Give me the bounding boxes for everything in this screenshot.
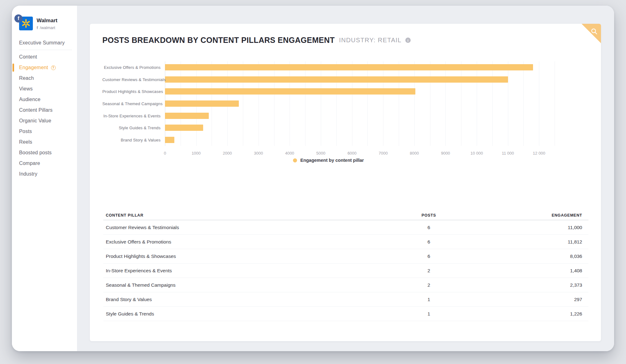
cell-engagement: 1,226: [454, 311, 588, 317]
category-label-style-guides-trends: Style Guides & Trends: [102, 126, 161, 130]
table-row-exclusive-offers-promotions: Exclusive Offers & Promotions611,812: [103, 235, 588, 249]
cell-posts: 6: [404, 239, 454, 245]
x-tick-label: 0: [164, 151, 166, 156]
table-row-in-store-experiences-events: In-Store Experiences & Events21,408: [103, 264, 588, 278]
sidebar-item-reach[interactable]: Reach: [12, 73, 77, 84]
category-label-customer-reviews-testimonials: Customer Reviews & Testimonials: [102, 77, 161, 82]
sidebar-item-label: Audience: [19, 97, 40, 102]
table-row-brand-story-values: Brand Story & Values1297: [103, 292, 588, 307]
sidebar-item-audience[interactable]: Audience: [12, 94, 77, 105]
engagement-bar-product-highlights-showcases[interactable]: [165, 88, 415, 95]
info-icon[interactable]: i: [405, 38, 411, 43]
gridline: [523, 61, 524, 146]
sidebar-item-content[interactable]: Content: [12, 52, 77, 62]
cell-content-pillar: Style Guides & Trends: [103, 311, 404, 317]
cell-content-pillar: In-Store Experiences & Events: [103, 268, 404, 274]
cell-content-pillar: Seasonal & Themed Campaigns: [103, 282, 404, 288]
sidebar-item-label: Industry: [19, 171, 38, 177]
cell-engagement: 8,036: [454, 254, 588, 259]
x-tick-label: 11 000: [502, 151, 514, 156]
x-tick-label: 12 000: [533, 151, 545, 156]
table-row-product-highlights-showcases: Product Highlights & Showcases68,036: [103, 249, 588, 264]
gridline: [399, 61, 399, 146]
x-tick-label: 3000: [254, 151, 263, 156]
brand-text: Walmart f /walmart: [37, 17, 57, 30]
sidebar-item-content-pillars[interactable]: Content Pillars: [12, 105, 77, 115]
brand-name: Walmart: [37, 18, 57, 24]
profile-selector[interactable]: f Walmart f /walmart: [19, 17, 57, 30]
app-window: f Walmart f /walmart Executive SummaryCo…: [12, 6, 614, 351]
sidebar-item-executive-summary[interactable]: Executive Summary: [12, 38, 77, 48]
table-header: CONTENT PILLAR POSTS ENGAGEMENT: [103, 211, 588, 220]
x-tick-label: 2000: [223, 151, 232, 156]
cell-content-pillar: Product Highlights & Showcases: [103, 254, 404, 259]
bar-chart: Exclusive Offers & PromotionsCustomer Re…: [102, 59, 555, 153]
engagement-bar-brand-story-values[interactable]: [165, 137, 174, 143]
gridline: [461, 61, 461, 146]
sidebar-item-industry[interactable]: Industry: [12, 169, 77, 179]
gridline: [274, 61, 275, 146]
brand-handle: f /walmart: [37, 25, 57, 30]
sidebar-item-compare[interactable]: Compare: [12, 158, 77, 169]
engagement-bar-exclusive-offers-promotions[interactable]: [165, 64, 533, 70]
sidebar-item-label: Organic Value: [19, 118, 51, 124]
legend-label: Engagement by content pillar: [300, 158, 364, 163]
engagement-bar-seasonal-themed-campaigns[interactable]: [165, 100, 239, 107]
gridline: [336, 61, 337, 146]
sidebar-item-boosted-posts[interactable]: Boosted posts: [12, 147, 77, 158]
chart-plot: [165, 61, 555, 146]
help-icon[interactable]: ?: [51, 65, 56, 70]
cell-content-pillar: Brand Story & Values: [103, 297, 404, 302]
sidebar-item-organic-value[interactable]: Organic Value: [12, 115, 77, 126]
category-label-exclusive-offers-promotions: Exclusive Offers & Promotions: [102, 65, 161, 70]
content-pillars-table: CONTENT PILLAR POSTS ENGAGEMENT Customer…: [103, 211, 588, 321]
walmart-spark-icon: [21, 19, 31, 28]
gridline: [414, 61, 415, 146]
x-tick-label: 9000: [441, 151, 450, 156]
sidebar-item-reels[interactable]: Reels: [12, 137, 77, 147]
brand-handle-text: /walmart: [40, 25, 55, 30]
cell-posts: 1: [404, 297, 454, 302]
cell-engagement: 11,812: [454, 239, 588, 245]
x-tick-label: 1000: [192, 151, 201, 156]
gridline: [305, 61, 305, 146]
industry-label: INDUSTRY: RETAIL: [339, 37, 402, 44]
sidebar-item-engagement[interactable]: Engagement?: [12, 62, 77, 73]
legend-item-engagement[interactable]: Engagement by content pillar: [293, 158, 364, 163]
gridline: [539, 61, 539, 146]
cell-posts: 2: [404, 268, 454, 274]
gridline: [383, 61, 383, 146]
gridline: [430, 61, 430, 146]
cell-posts: 6: [404, 254, 454, 259]
sidebar-divider: [19, 50, 72, 50]
gridline: [321, 61, 321, 146]
cell-content-pillar: Customer Reviews & Testimonials: [103, 225, 404, 230]
legend-dot-icon: [293, 158, 297, 162]
cell-posts: 2: [404, 282, 454, 288]
gridline: [367, 61, 368, 146]
engagement-bar-customer-reviews-testimonials[interactable]: [165, 76, 508, 83]
engagement-bar-style-guides-trends[interactable]: [165, 125, 203, 131]
table-row-seasonal-themed-campaigns: Seasonal & Themed Campaigns22,373: [103, 278, 588, 292]
sidebar-item-label: Engagement: [19, 65, 48, 70]
sidebar-nav: Executive SummaryContentEngagement?Reach…: [12, 38, 77, 179]
column-header-posts: POSTS: [404, 213, 454, 218]
cell-engagement: 297: [454, 297, 588, 302]
engagement-bar-in-store-experiences-events[interactable]: [165, 113, 209, 119]
category-label-product-highlights-showcases: Product Highlights & Showcases: [102, 89, 161, 94]
cell-engagement: 1,408: [454, 268, 588, 274]
table-row-customer-reviews-testimonials: Customer Reviews & Testimonials611,000: [103, 220, 588, 235]
table-body: Customer Reviews & Testimonials611,000Ex…: [103, 220, 588, 321]
cell-engagement: 2,373: [454, 282, 588, 288]
category-label-in-store-experiences-events: In-Store Experiences & Events: [102, 113, 161, 118]
sidebar-item-label: Reach: [19, 75, 34, 81]
sidebar-item-views[interactable]: Views: [12, 84, 77, 94]
gridline: [477, 61, 477, 146]
gridline: [243, 61, 243, 146]
x-tick-label: 8000: [410, 151, 419, 156]
search-icon[interactable]: [591, 28, 598, 35]
sidebar-item-posts[interactable]: Posts: [12, 126, 77, 137]
facebook-badge-icon: f: [14, 14, 23, 23]
gridline: [259, 61, 259, 146]
sidebar-item-label: Content Pillars: [19, 107, 53, 113]
